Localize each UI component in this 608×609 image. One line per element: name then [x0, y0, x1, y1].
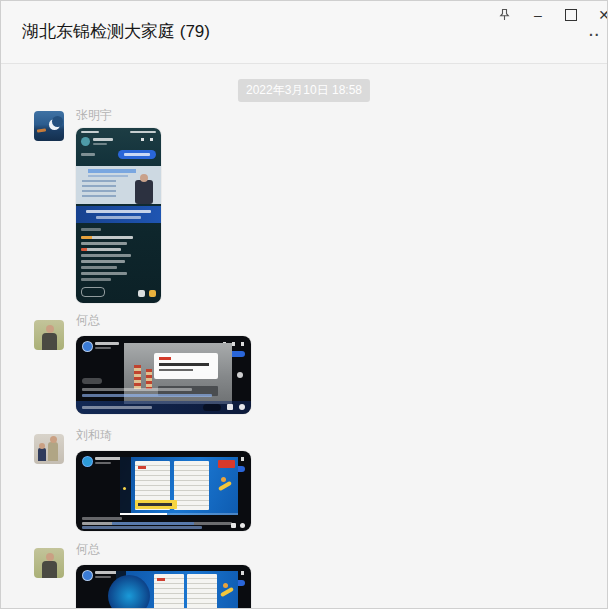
- decor: [124, 153, 150, 156]
- chat-title: 湖北东锦检测大家庭 (79): [22, 20, 210, 43]
- video-frame: [116, 571, 238, 609]
- close-button[interactable]: ✕: [591, 4, 608, 26]
- mascot-head: [221, 477, 226, 482]
- decor: [81, 254, 131, 257]
- video-frame: [76, 166, 161, 204]
- mascot-head: [223, 583, 228, 588]
- pin-icon[interactable]: [491, 3, 517, 25]
- decor: [130, 131, 156, 133]
- banner: [76, 206, 161, 223]
- message-image-landscape[interactable]: [76, 336, 251, 414]
- decor: [239, 404, 245, 410]
- sender-name: 何总: [76, 312, 100, 329]
- decor: [95, 457, 121, 460]
- decor: [82, 388, 192, 391]
- presenter-body: [135, 180, 153, 204]
- decor: [82, 522, 232, 525]
- decor: [159, 369, 193, 371]
- bottom-strip: [76, 401, 251, 414]
- decor: [82, 341, 93, 352]
- maximize-button[interactable]: [558, 4, 584, 26]
- decor: [81, 278, 111, 281]
- decor: [95, 347, 111, 349]
- decor: [95, 462, 111, 464]
- comment-input-pill: [81, 287, 105, 297]
- sender-name: 何总: [76, 541, 100, 558]
- minimize-button[interactable]: –: [525, 4, 551, 26]
- caption-highlight: [135, 500, 177, 509]
- decor: [81, 260, 125, 263]
- decor: [81, 153, 95, 156]
- mascot-body: [220, 587, 234, 597]
- decor: [86, 210, 151, 213]
- avatar-liuheqi[interactable]: [34, 434, 64, 464]
- decor: [203, 404, 221, 411]
- decor: [81, 137, 90, 146]
- decor: [82, 406, 152, 409]
- decor: [88, 175, 128, 177]
- decor: [81, 236, 133, 239]
- document-page: [187, 574, 217, 609]
- decor: [95, 342, 119, 345]
- decor: [81, 248, 121, 251]
- more-menu-button[interactable]: ··: [589, 27, 600, 43]
- decor: [82, 180, 116, 197]
- maximize-icon: [565, 9, 577, 21]
- document-page: [174, 461, 209, 510]
- decor: [96, 216, 141, 219]
- head-shape: [39, 443, 45, 449]
- decor: [157, 578, 165, 581]
- suit-body: [42, 333, 57, 350]
- share-icon: [138, 290, 145, 297]
- traffic-cone: [146, 369, 152, 389]
- message-image-landscape-clipped[interactable]: [76, 565, 251, 609]
- moon-crescent-mask: [52, 116, 63, 127]
- head-shape: [46, 553, 54, 561]
- decor: [138, 466, 146, 469]
- decor: [120, 457, 131, 515]
- wechat-chat-window: 湖北东锦检测大家庭 (79) – ✕ ·· 2022年3月10日 18:58 张…: [0, 0, 608, 609]
- progress-bar: [120, 513, 238, 515]
- gift-icon: [149, 290, 156, 297]
- decor: [123, 487, 126, 490]
- decor: [82, 570, 93, 581]
- child-figure: [38, 448, 46, 461]
- decor: [95, 576, 111, 578]
- decor: [81, 266, 117, 269]
- decor: [93, 138, 113, 141]
- document-page: [154, 574, 184, 609]
- decor: [82, 456, 93, 467]
- avatar-zhangmingyu[interactable]: [34, 111, 64, 141]
- date-divider: 2022年3月10日 18:58: [238, 79, 370, 102]
- head-shape: [46, 325, 54, 333]
- decor: [159, 363, 209, 366]
- message-image-portrait[interactable]: [76, 128, 161, 303]
- decor: [141, 138, 156, 141]
- decor: [81, 272, 127, 275]
- decor: [138, 503, 172, 506]
- overlay-card: [154, 353, 218, 379]
- avatar-hezong[interactable]: [34, 548, 64, 578]
- head-shape: [50, 436, 57, 443]
- pushpin-glyph: [497, 7, 512, 22]
- sender-name: 张明宇: [76, 107, 112, 124]
- decor: [81, 131, 99, 133]
- message-image-landscape[interactable]: [76, 451, 251, 531]
- sender-name: 刘和琦: [76, 427, 112, 444]
- boat-shape: [37, 128, 46, 132]
- adult-figure: [48, 442, 58, 461]
- decor: [82, 394, 212, 397]
- decor: [88, 169, 136, 173]
- avatar-hezong[interactable]: [34, 320, 64, 350]
- globe-shape: [108, 575, 150, 609]
- decor: [82, 378, 102, 384]
- video-frame: [120, 457, 238, 515]
- chat-message-area: 2022年3月10日 18:58 张明宇: [1, 64, 607, 608]
- decor: [93, 143, 107, 145]
- titlebar: 湖北东锦检测大家庭 (79) – ✕ ··: [1, 1, 607, 64]
- presenter-head: [140, 174, 148, 182]
- decor: [81, 242, 127, 245]
- red-badge: [218, 460, 235, 468]
- decor: [81, 228, 101, 231]
- decor: [227, 404, 233, 410]
